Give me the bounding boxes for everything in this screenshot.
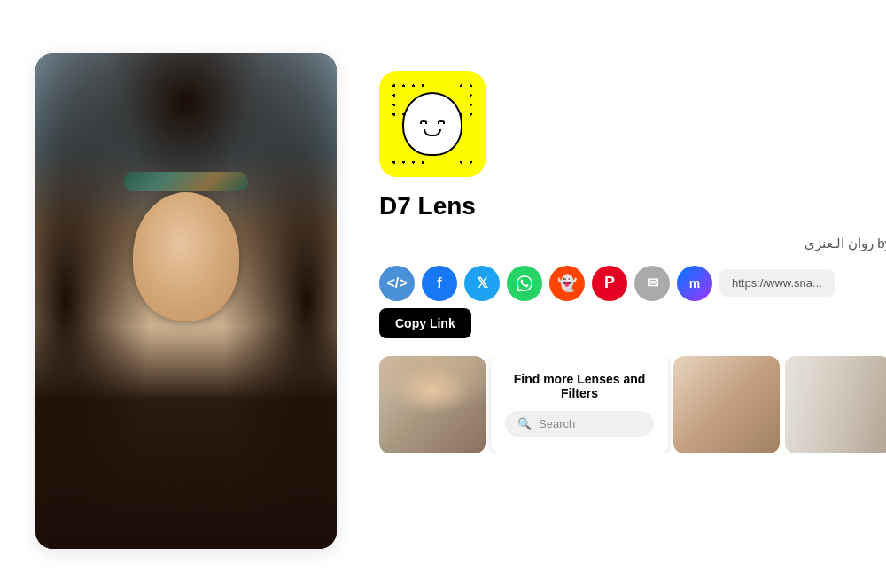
search-input-box[interactable]: 🔍 Search xyxy=(505,411,654,437)
search-icon: 🔍 xyxy=(517,417,532,430)
share-pinterest-button[interactable]: P xyxy=(592,266,627,301)
find-more-title: Find more Lenses and Filters xyxy=(505,372,654,400)
headband xyxy=(124,172,248,191)
photo-person xyxy=(35,53,337,549)
thumbnail-3 xyxy=(673,356,780,453)
author-name: روان الـعنزي xyxy=(804,236,874,251)
snapcode-face xyxy=(402,92,462,156)
photo-card xyxy=(35,53,337,549)
share-email-button[interactable]: ✉ xyxy=(634,266,670,301)
find-more-card: Find more Lenses and Filters 🔍 Search xyxy=(491,356,668,453)
snapcode xyxy=(379,71,486,177)
share-reddit-button[interactable]: 👻 xyxy=(549,266,585,301)
share-row: </> f 𝕏 👻 P ✉ m https://www.sna... Copy … xyxy=(379,266,886,338)
author-prefix: by xyxy=(877,236,886,251)
snapcode-face-inner xyxy=(402,92,462,156)
share-messenger-button[interactable]: m xyxy=(677,266,712,301)
share-whatsapp-button[interactable] xyxy=(507,266,542,301)
share-embed-button[interactable]: </> xyxy=(379,266,415,301)
thumbnail-4 xyxy=(785,356,886,453)
thumbnail-1 xyxy=(379,356,486,453)
share-facebook-button[interactable]: f xyxy=(422,266,457,301)
face-eye-right xyxy=(438,120,445,124)
share-link-display: https://www.sna... xyxy=(719,269,835,297)
lens-author: by روان الـعنزي xyxy=(379,236,886,251)
main-container: D7 Lens by روان الـعنزي </> f 𝕏 👻 P ✉ m … xyxy=(18,18,868,584)
copy-link-button[interactable]: Copy Link xyxy=(379,308,471,338)
face-eye-left xyxy=(420,120,427,124)
search-placeholder-text: Search xyxy=(539,417,575,430)
face-eyes xyxy=(420,120,445,124)
lens-title: D7 Lens xyxy=(379,191,886,221)
face-lips xyxy=(424,129,441,136)
thumbnails-row: Find more Lenses and Filters 🔍 Search xyxy=(379,356,886,453)
share-twitter-button[interactable]: 𝕏 xyxy=(464,266,500,301)
content-panel: D7 Lens by روان الـعنزي </> f 𝕏 👻 P ✉ m … xyxy=(379,53,886,453)
